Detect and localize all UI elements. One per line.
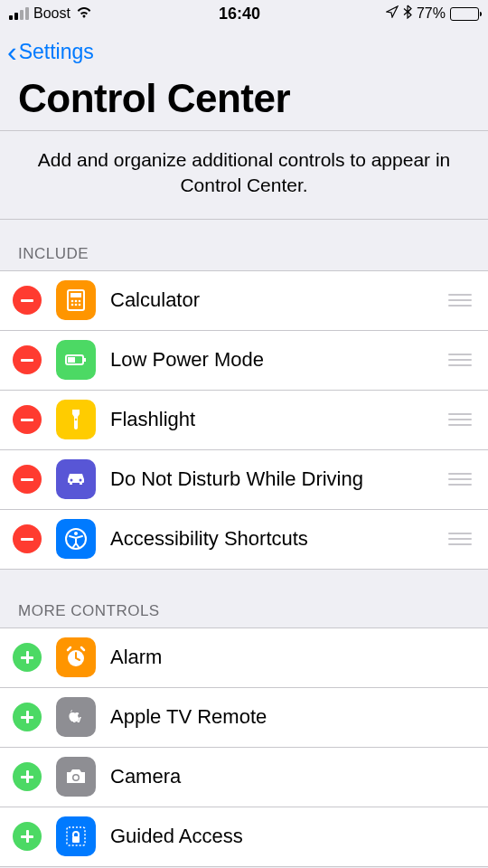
svg-text:tv: tv (72, 713, 82, 724)
add-button[interactable] (13, 643, 42, 672)
remove-button[interactable] (13, 286, 42, 315)
battery-icon (56, 340, 96, 380)
svg-point-3 (75, 300, 78, 303)
page-description: Add and organize additional controls to … (0, 130, 488, 220)
svg-rect-1 (70, 293, 81, 297)
status-bar: Boost 16:40 77% (0, 0, 488, 27)
svg-point-5 (71, 304, 74, 307)
drag-handle-icon[interactable] (448, 413, 475, 426)
svg-point-19 (74, 776, 79, 780)
list-item: Calculator (0, 271, 488, 331)
row-label: Low Power Mode (110, 348, 434, 372)
list-item: Guided Access (0, 807, 488, 867)
battery-percent-label: 77% (417, 5, 446, 22)
clock-label: 16:40 (219, 5, 260, 24)
remove-button[interactable] (13, 465, 42, 494)
section-header-more: MORE CONTROLS (0, 570, 488, 627)
add-button[interactable] (13, 703, 42, 731)
list-item: Do Not Disturb While Driving (0, 450, 488, 510)
back-button-label[interactable]: Settings (19, 40, 94, 64)
drag-handle-icon[interactable] (448, 354, 475, 366)
nav-header: ‹ Settings (0, 27, 488, 76)
row-label: Do Not Disturb While Driving (110, 467, 434, 491)
drag-handle-icon[interactable] (448, 473, 475, 486)
row-label: Alarm (110, 646, 475, 669)
drag-handle-icon[interactable] (448, 533, 475, 545)
list-item: Low Power Mode (0, 331, 488, 391)
add-button[interactable] (13, 822, 42, 851)
svg-rect-21 (72, 836, 80, 843)
svg-point-15 (74, 532, 78, 535)
row-label: Accessibility Shortcuts (110, 527, 434, 551)
svg-point-6 (75, 304, 78, 307)
svg-point-13 (80, 479, 82, 482)
location-icon (386, 5, 399, 23)
svg-point-7 (79, 304, 81, 307)
remove-button[interactable] (13, 345, 42, 374)
remove-button[interactable] (13, 524, 42, 553)
carrier-label: Boost (33, 5, 70, 22)
add-button[interactable] (13, 762, 42, 791)
list-item: Flashlight (0, 391, 488, 450)
drag-handle-icon[interactable] (448, 294, 475, 307)
svg-rect-10 (84, 358, 86, 362)
back-chevron-icon[interactable]: ‹ (7, 37, 17, 66)
svg-point-11 (75, 419, 78, 421)
signal-strength-icon (9, 7, 29, 20)
row-label: Calculator (110, 288, 434, 312)
calculator-icon (56, 280, 96, 320)
svg-point-4 (79, 300, 81, 303)
alarm-icon (56, 637, 96, 677)
include-list: CalculatorLow Power ModeFlashlightDo Not… (0, 270, 488, 570)
page-title: Control Center (0, 76, 488, 130)
list-item: Alarm (0, 628, 488, 688)
svg-rect-9 (68, 357, 75, 363)
remove-button[interactable] (13, 405, 42, 434)
appletv-icon: tv (56, 697, 96, 737)
flashlight-icon (56, 400, 96, 439)
row-label: Camera (110, 765, 475, 788)
svg-point-12 (70, 479, 73, 482)
row-label: Apple TV Remote (110, 705, 475, 729)
row-label: Flashlight (110, 408, 434, 431)
accessibility-icon (56, 519, 96, 559)
bluetooth-icon (403, 5, 412, 24)
battery-icon (450, 7, 479, 21)
wifi-icon (75, 5, 93, 23)
list-item: Camera (0, 748, 488, 807)
svg-point-2 (71, 300, 74, 303)
section-header-include: INCLUDE (0, 220, 488, 270)
row-label: Guided Access (110, 825, 475, 848)
list-item: Accessibility Shortcuts (0, 510, 488, 570)
more-list: AlarmtvApple TV RemoteCameraGuided Acces… (0, 627, 488, 867)
car-icon (56, 459, 96, 499)
lock-icon (56, 816, 96, 856)
list-item: tvApple TV Remote (0, 688, 488, 748)
camera-icon (56, 757, 96, 797)
